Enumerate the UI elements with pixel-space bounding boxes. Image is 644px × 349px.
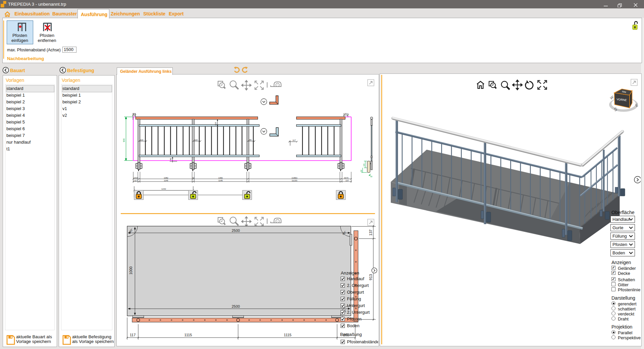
svg-text:80: 80 bbox=[360, 170, 362, 172]
svg-text:100: 100 bbox=[363, 163, 365, 166]
svg-text:85: 85 bbox=[170, 158, 172, 160]
svg-text:50: 50 bbox=[345, 113, 347, 115]
svg-text:110: 110 bbox=[140, 139, 143, 141]
svg-text:913: 913 bbox=[369, 274, 373, 280]
svg-text:137: 137 bbox=[345, 180, 349, 182]
svg-text:W: W bbox=[609, 95, 615, 100]
svg-text:11(15): 11(15) bbox=[292, 180, 298, 182]
svg-text:Pfostenabstände: Pfostenabstände bbox=[347, 339, 379, 344]
svg-text:33|70: 33|70 bbox=[344, 177, 348, 179]
svg-text:Füllung: Füllung bbox=[347, 296, 361, 301]
svg-text:2500: 2500 bbox=[232, 304, 240, 308]
svg-text:900: 900 bbox=[123, 138, 125, 142]
svg-text:2500: 2500 bbox=[232, 229, 240, 233]
svg-text:(1082): (1082) bbox=[291, 177, 297, 179]
svg-text:1082: 1082 bbox=[218, 177, 223, 179]
svg-text:Handlauf: Handlauf bbox=[347, 276, 365, 281]
svg-text:137: 137 bbox=[369, 230, 373, 236]
svg-text:33: 33 bbox=[192, 177, 194, 179]
svg-text:100|4: 100|4 bbox=[133, 177, 138, 179]
svg-text:117: 117 bbox=[130, 333, 136, 337]
svg-text:86: 86 bbox=[249, 139, 252, 141]
svg-text:1145: 1145 bbox=[218, 180, 223, 182]
svg-text:117: 117 bbox=[134, 180, 138, 182]
svg-text:110: 110 bbox=[194, 139, 198, 141]
svg-text:117: 117 bbox=[292, 139, 296, 141]
svg-text:50: 50 bbox=[370, 176, 372, 178]
svg-text:1115: 1115 bbox=[184, 333, 192, 337]
svg-text:2. Obergurt: 2. Obergurt bbox=[347, 283, 369, 288]
svg-text:Obergurt: Obergurt bbox=[347, 290, 364, 295]
svg-text:50: 50 bbox=[133, 113, 136, 115]
svg-text:1145: 1145 bbox=[164, 180, 169, 182]
svg-text:Untergurt: Untergurt bbox=[347, 303, 365, 308]
svg-text:1115: 1115 bbox=[284, 333, 291, 337]
svg-text:Pfosten: Pfosten bbox=[347, 316, 362, 321]
svg-text:Anzeigen: Anzeigen bbox=[341, 270, 359, 276]
svg-text:1082: 1082 bbox=[164, 177, 168, 179]
svg-text:Boden: Boden bbox=[347, 323, 360, 328]
svg-text:1232: 1232 bbox=[161, 188, 166, 190]
svg-text:Bemaßung: Bemaßung bbox=[340, 332, 362, 337]
svg-text:2. Untergurt: 2. Untergurt bbox=[347, 310, 370, 315]
svg-text:1000: 1000 bbox=[129, 266, 133, 275]
svg-text:120: 120 bbox=[215, 122, 217, 126]
